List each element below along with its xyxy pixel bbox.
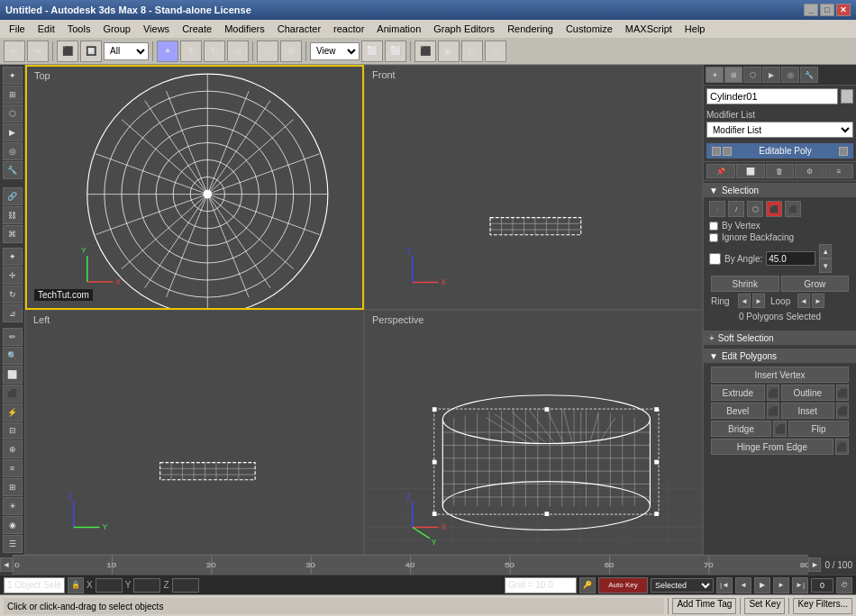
menu-group[interactable]: Group	[97, 22, 136, 36]
filter-select[interactable]: All	[104, 42, 149, 60]
flip-btn[interactable]: Flip	[788, 421, 849, 437]
play-btn[interactable]: ▶	[754, 577, 770, 593]
close-button[interactable]: ✕	[836, 4, 851, 16]
soft-selection-header[interactable]: + Soft Selection	[704, 331, 856, 345]
edge-select-icon[interactable]: /	[728, 201, 744, 217]
quick-render-button[interactable]: ▷	[461, 41, 483, 62]
object-name-input[interactable]	[706, 88, 838, 104]
bevel-settings-btn[interactable]: ⬛	[767, 403, 779, 419]
render-scene-button[interactable]: ▶	[438, 41, 460, 62]
frame-input[interactable]	[811, 578, 833, 593]
align-tool[interactable]: ⊞	[280, 41, 302, 62]
ring-down-btn[interactable]: ◄	[738, 294, 751, 308]
element-select-icon[interactable]: ⬛	[785, 201, 801, 217]
frame-prev-btn[interactable]: ◄	[0, 557, 13, 572]
menu-graph-editors[interactable]: Graph Editors	[428, 22, 500, 36]
polygon-select-icon[interactable]: ⬛	[766, 201, 782, 217]
undo-button[interactable]: ↩	[4, 41, 25, 62]
menu-create[interactable]: Create	[177, 22, 217, 36]
viewport-left[interactable]: Left	[25, 310, 364, 555]
ring-up-btn[interactable]: ►	[752, 294, 765, 308]
redo-button[interactable]: ↪	[27, 41, 49, 62]
x-coord-input[interactable]	[96, 578, 123, 593]
create-btn[interactable]: ✦	[3, 67, 23, 85]
select-scale-btn[interactable]: ⊿	[3, 304, 23, 322]
min-max-btn[interactable]: ⬜	[3, 366, 23, 384]
maximize-button[interactable]: □	[820, 4, 834, 16]
frame-next-btn[interactable]: ►	[808, 557, 821, 572]
loop-up-btn[interactable]: ►	[812, 294, 824, 308]
remove-modifier-btn[interactable]: 🗑	[766, 164, 795, 178]
key-filters-btn[interactable]: Key Filters...	[793, 598, 852, 614]
extrude-btn[interactable]: Extrude	[711, 385, 765, 401]
panel-tab-motion[interactable]: ▶	[762, 67, 780, 83]
edit-polys-header[interactable]: ▼ Edit Polygons	[704, 349, 856, 363]
modify-btn[interactable]: ⊞	[3, 86, 23, 104]
select-rotate-btn[interactable]: ↻	[3, 285, 23, 303]
material-editor-button[interactable]: ⬛	[414, 41, 436, 62]
panel-tab-create[interactable]: ✦	[706, 67, 724, 83]
array-btn[interactable]: ⊕	[3, 440, 23, 458]
bridge-btn[interactable]: Bridge	[711, 421, 771, 437]
menu-tools[interactable]: Tools	[62, 22, 96, 36]
shrink-btn[interactable]: Shrink	[711, 276, 779, 292]
extrude-settings-btn[interactable]: ⬛	[767, 385, 779, 401]
panel-tab-display[interactable]: ◎	[781, 67, 799, 83]
obj-color-swatch[interactable]	[841, 89, 853, 104]
prev-frame-btn[interactable]: ◄	[735, 577, 751, 593]
frame-track[interactable]: 0 10 20 30 40 50 60 70 80	[13, 555, 808, 575]
spacing-btn[interactable]: ⬛	[3, 385, 23, 403]
utilities-btn[interactable]: 🔧	[3, 161, 23, 179]
menu-character[interactable]: Character	[272, 22, 326, 36]
inset-settings-btn[interactable]: ⬛	[836, 403, 849, 419]
show-buttons-btn[interactable]: ≡	[824, 164, 853, 178]
key-lock-btn[interactable]: 🔑	[579, 577, 596, 593]
menu-maxscript[interactable]: MAXScript	[620, 22, 678, 36]
menu-modifiers[interactable]: Modifiers	[219, 22, 270, 36]
by-vertex-checkbox[interactable]	[709, 222, 718, 231]
panel-tab-utilities[interactable]: 🔧	[800, 67, 818, 83]
named-sel-btn[interactable]: ☰	[3, 535, 23, 553]
set-key-btn[interactable]: Set Key	[744, 598, 785, 614]
bind-space-warp-btn[interactable]: ⌘	[3, 225, 23, 243]
paint-select-btn[interactable]: ✏	[3, 328, 23, 346]
inset-btn[interactable]: Inset	[781, 403, 835, 419]
bridge-settings-btn[interactable]: ⬛	[773, 421, 787, 437]
y-coord-input[interactable]	[133, 578, 160, 593]
viewport-perspective[interactable]: Perspective	[364, 310, 703, 555]
selected-dropdown[interactable]: Selected	[651, 578, 714, 593]
menu-animation[interactable]: Animation	[371, 22, 426, 36]
modifier-dropdown[interactable]: Modifier List	[706, 122, 853, 138]
view-select[interactable]: View	[310, 42, 360, 60]
ignore-backfacing-checkbox[interactable]	[709, 233, 718, 242]
lock-selection-btn[interactable]: 🔒	[68, 577, 84, 593]
z-coord-input[interactable]	[172, 578, 199, 593]
make-unique-btn[interactable]: ⬜	[736, 164, 765, 178]
go-to-end-btn[interactable]: ►|	[792, 577, 808, 593]
grow-btn[interactable]: Grow	[781, 276, 850, 292]
loop-down-btn[interactable]: ◄	[797, 294, 810, 308]
go-to-start-btn[interactable]: |◄	[716, 577, 733, 593]
minimize-button[interactable]: _	[804, 4, 818, 16]
outline-settings-btn[interactable]: ⬛	[836, 385, 849, 401]
menu-customize[interactable]: Customize	[560, 22, 618, 36]
select-object-button[interactable]: ⬛	[57, 41, 78, 62]
panel-tab-modify[interactable]: ⊞	[724, 67, 742, 83]
viewport-top[interactable]: Top	[25, 65, 364, 310]
vertex-select-icon[interactable]: ·	[709, 201, 725, 217]
modifier-stack-item[interactable]: Editable Poly	[706, 143, 853, 159]
display-btn[interactable]: ◎	[3, 142, 23, 160]
hinge-from-edge-btn[interactable]: Hinge From Edge	[711, 439, 833, 455]
by-angle-down[interactable]: ▼	[819, 258, 832, 273]
selection-header[interactable]: ▼ Selection	[704, 184, 856, 197]
viewport-front[interactable]: Front	[364, 65, 703, 310]
motion-btn[interactable]: ▶	[3, 123, 23, 141]
by-angle-input[interactable]	[766, 251, 815, 266]
panel-tab-hierarchy[interactable]: ⬡	[743, 67, 761, 83]
time-config-btn[interactable]: ⏱	[836, 577, 852, 593]
link-btn[interactable]: 🔗	[3, 187, 23, 205]
rotate-tool[interactable]: ↻	[204, 41, 225, 62]
select-by-name-button[interactable]: 🔲	[80, 41, 102, 62]
select-move-btn[interactable]: ✛	[3, 267, 23, 285]
configure-modifier-sets-btn[interactable]: ⚙	[795, 164, 824, 178]
